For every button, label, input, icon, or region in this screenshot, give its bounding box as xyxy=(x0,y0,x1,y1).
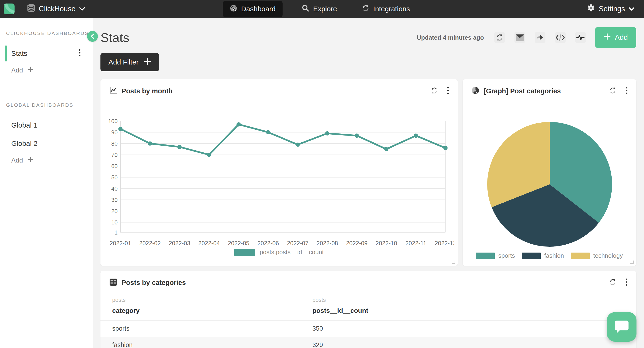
post-categories-pie-chart xyxy=(462,79,636,266)
data-point xyxy=(207,153,211,157)
sidebar-item-stats[interactable]: Stats xyxy=(0,45,93,61)
chevron-down-icon xyxy=(79,5,85,13)
line-chart-icon xyxy=(109,86,117,95)
line-chart-legend[interactable]: posts.posts__id__count xyxy=(100,249,458,256)
add-global-dashboard-button[interactable]: Add xyxy=(11,156,93,164)
x-axis-tick-label: 2022-10 xyxy=(376,240,397,247)
plus-icon xyxy=(27,66,34,74)
sidebar-item-global-2[interactable]: Global 2 xyxy=(0,136,93,151)
y-axis-tick-label: 50 xyxy=(111,174,118,181)
data-point xyxy=(178,145,182,149)
y-axis-tick-label: 10 xyxy=(111,219,118,226)
legend-item-technology[interactable]: technology xyxy=(571,252,623,259)
refresh-tile-icon[interactable] xyxy=(430,87,438,95)
legend-swatch xyxy=(571,253,590,259)
last-updated-text: Updated 4 minutes ago xyxy=(417,34,484,41)
tab-integrations[interactable]: Integrations xyxy=(356,1,416,17)
data-point xyxy=(325,131,329,136)
data-point xyxy=(384,147,388,151)
legend-item-fashion[interactable]: fashion xyxy=(522,252,564,259)
sidebar-item-label: Global 2 xyxy=(11,140,38,147)
add-tile-button[interactable]: Add xyxy=(595,27,636,48)
posts-by-categories-table: posts category posts posts__id__count sp… xyxy=(100,293,636,348)
sync-icon xyxy=(362,4,370,13)
sidebar-section-title: CLICKHOUSE DASHBOARDS xyxy=(6,30,93,36)
card-posts-by-categories: Posts by categories posts ca xyxy=(100,271,636,348)
gauge-icon xyxy=(230,4,237,13)
data-point xyxy=(266,130,270,134)
top-navigation-bar: ClickHouse Dashboard Explore Integration… xyxy=(0,0,644,18)
legend-swatch xyxy=(522,253,541,259)
add-filter-label: Add Filter xyxy=(108,58,138,66)
column-group-label: posts xyxy=(112,297,301,303)
tile-resize-handle[interactable] xyxy=(452,261,455,264)
series-line xyxy=(120,124,446,155)
legend-swatch xyxy=(234,249,255,256)
x-axis-tick-label: 2022-03 xyxy=(169,240,190,247)
legend-label: posts.posts__id__count xyxy=(260,249,324,256)
x-axis-tick-label: 2022-06 xyxy=(258,240,279,247)
y-axis-tick-label: 60 xyxy=(111,163,118,169)
table-row: fashion329 xyxy=(100,337,636,348)
email-share-button[interactable] xyxy=(514,32,525,43)
x-axis-tick-label: 2022-05 xyxy=(228,240,250,247)
y-axis-tick-label: 40 xyxy=(111,185,118,192)
refresh-dashboard-button[interactable] xyxy=(494,32,505,43)
plus-icon xyxy=(27,156,34,164)
sidebar-collapse-button[interactable] xyxy=(87,31,98,42)
plus-icon xyxy=(604,33,611,42)
tab-dashboard[interactable]: Dashboard xyxy=(223,1,282,17)
tab-label: Integrations xyxy=(373,5,410,13)
table-cell: sports xyxy=(100,320,301,337)
legend-label: sports xyxy=(498,252,515,259)
refresh-tile-icon[interactable] xyxy=(609,278,616,287)
data-point xyxy=(236,122,241,126)
x-axis-tick-label: 2022-01 xyxy=(110,240,131,247)
dashboard-main: Stats Updated 4 minutes ago xyxy=(93,18,644,348)
column-header-category: posts category xyxy=(100,293,301,320)
column-header-posts-id-count: posts posts__id__count xyxy=(301,293,636,320)
x-axis-tick-label: 2022-04 xyxy=(198,240,220,247)
table-icon xyxy=(109,278,117,287)
page-title: Stats xyxy=(100,30,129,45)
search-icon xyxy=(302,4,309,13)
legend-item-sports[interactable]: sports xyxy=(476,252,515,259)
pie-chart-legend: sports fashion technology xyxy=(462,252,636,259)
data-point xyxy=(414,133,418,138)
x-axis-tick-label: 2022-09 xyxy=(346,240,368,247)
tab-label: Explore xyxy=(313,5,337,13)
project-switcher[interactable]: ClickHouse xyxy=(27,4,85,14)
share-forward-button[interactable] xyxy=(535,32,546,43)
tab-explore[interactable]: Explore xyxy=(296,1,343,17)
kebab-menu-icon[interactable] xyxy=(78,48,81,59)
kebab-menu-icon[interactable] xyxy=(626,278,628,287)
legend-label: technology xyxy=(593,252,623,259)
kebab-menu-icon[interactable] xyxy=(447,86,449,96)
chevron-down-icon xyxy=(628,5,634,13)
plus-icon xyxy=(144,58,151,67)
sidebar-item-global-1[interactable]: Global 1 xyxy=(0,117,93,133)
tile-resize-handle[interactable] xyxy=(630,261,634,264)
add-label: Add xyxy=(11,157,23,164)
gear-icon xyxy=(587,4,595,14)
activity-pulse-button[interactable] xyxy=(575,32,586,43)
add-dashboard-button[interactable]: Add xyxy=(11,66,93,74)
y-axis-tick-label: 1 xyxy=(114,229,118,236)
posts-by-month-line-chart: 11020304050607080901002022-012022-022022… xyxy=(104,114,454,264)
app-logo[interactable] xyxy=(4,3,14,14)
tab-label: Dashboard xyxy=(241,5,276,13)
database-icon xyxy=(27,4,35,14)
x-axis-tick-label: 2022-11 xyxy=(405,240,426,247)
x-axis-tick-label: 2022-02 xyxy=(139,240,161,247)
x-axis-tick-label: 2022-12 xyxy=(435,240,454,247)
settings-menu[interactable]: Settings xyxy=(587,4,634,14)
y-axis-tick-label: 70 xyxy=(111,152,118,158)
card-title: Posts by month xyxy=(122,87,173,95)
data-point xyxy=(118,127,122,131)
card-posts-by-month: Posts by month 1102030405060708090100202… xyxy=(100,79,458,266)
data-point xyxy=(354,133,359,138)
add-filter-button[interactable]: Add Filter xyxy=(100,53,159,71)
y-axis-tick-label: 30 xyxy=(111,197,118,203)
chat-widget-button[interactable] xyxy=(607,312,636,342)
embed-code-button[interactable] xyxy=(555,32,566,43)
